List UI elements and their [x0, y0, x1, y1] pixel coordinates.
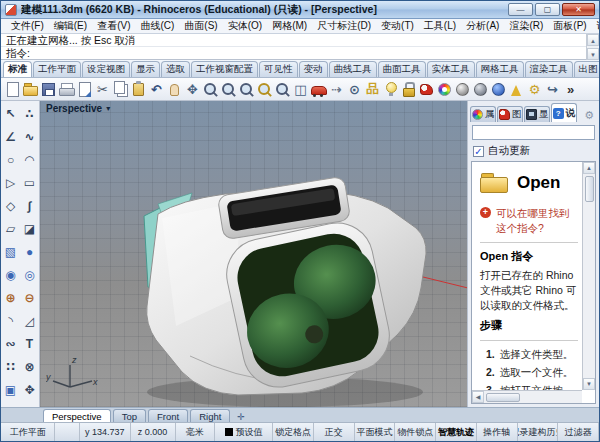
- tab-display[interactable]: 显: [524, 106, 550, 122]
- command-prompt[interactable]: 指令:: [1, 47, 599, 60]
- toolbar-tab-0[interactable]: 标准: [3, 61, 32, 77]
- title-bar[interactable]: 建模111.3dm (6620 KB) - Rhinoceros (Educat…: [1, 1, 599, 19]
- rectangle-tool-icon[interactable]: ▭: [20, 171, 39, 194]
- copy-icon[interactable]: [112, 81, 129, 98]
- toggle-5[interactable]: 操作轴: [477, 423, 518, 441]
- fly-through-icon[interactable]: ⇢: [328, 81, 345, 98]
- text-tool-icon[interactable]: T: [20, 332, 39, 355]
- toolbar-tab-10[interactable]: 实体工具: [427, 61, 475, 77]
- command-scrollbar[interactable]: ▲ ▼: [586, 34, 599, 60]
- where-to-find-link[interactable]: 可以在哪里找到这个指令?: [480, 206, 578, 236]
- toggle-3[interactable]: 物件锁点: [395, 423, 436, 441]
- tab-layers[interactable]: 图: [497, 106, 523, 122]
- point-tool-icon[interactable]: ∴: [20, 102, 39, 125]
- pan-view-icon[interactable]: [166, 81, 183, 98]
- auto-update-checkbox[interactable]: [473, 146, 484, 157]
- toolbar-tab-7[interactable]: 变动: [299, 61, 328, 77]
- open-file-icon[interactable]: [22, 81, 39, 98]
- viewport-title[interactable]: Perspective ▾: [46, 103, 110, 114]
- viewport-tab-front[interactable]: Front: [148, 409, 188, 422]
- fillet-tool-icon[interactable]: ◝: [1, 309, 20, 332]
- toolbar-tab-5[interactable]: 工作视窗配置: [191, 61, 258, 77]
- expand-plus-icon[interactable]: [480, 207, 491, 218]
- tab-properties[interactable]: 属: [470, 106, 496, 122]
- render-vehicle-icon[interactable]: [310, 81, 327, 98]
- boolean-difference-tool-icon[interactable]: ⊖: [20, 286, 39, 309]
- toolbar-tab-13[interactable]: 出图: [574, 61, 600, 77]
- torus-tool-icon[interactable]: ◎: [20, 263, 39, 286]
- toggle-1[interactable]: 正交: [314, 423, 355, 441]
- toggle-2[interactable]: 平面模式: [355, 423, 396, 441]
- menu-item-4[interactable]: 曲面(S): [179, 19, 222, 33]
- move-tool-icon[interactable]: ✥: [20, 378, 39, 401]
- toolbar-more-icon[interactable]: »: [562, 81, 579, 98]
- toolbar-tab-3[interactable]: 显示: [131, 61, 160, 77]
- viewport-layout-icon[interactable]: ◫: [292, 81, 309, 98]
- notification-cone-icon[interactable]: [508, 81, 525, 98]
- scroll-up-icon[interactable]: ▲: [587, 34, 599, 46]
- sphere-tool-icon[interactable]: ●: [20, 240, 39, 263]
- perspective-viewport[interactable]: Perspective ▾: [40, 101, 467, 407]
- print-icon[interactable]: [58, 81, 75, 98]
- shaded-mode-icon[interactable]: [454, 81, 471, 98]
- zoom-extents-icon[interactable]: [238, 81, 255, 98]
- help-scroll-left-icon[interactable]: ◀: [472, 391, 484, 403]
- layer-pane[interactable]: 预设值: [215, 423, 273, 441]
- menu-item-11[interactable]: 渲染(R): [504, 19, 548, 33]
- help-horizontal-scrollbar[interactable]: ◀: [472, 390, 582, 403]
- command-area[interactable]: 正在建立网格... 按 Esc 取消 指令: ▲ ▼: [1, 34, 599, 60]
- viewport-tab-top[interactable]: Top: [113, 409, 146, 422]
- menu-item-3[interactable]: 曲线(C): [135, 19, 179, 33]
- menu-item-0[interactable]: 文件(F): [6, 19, 49, 33]
- arc-tool-icon[interactable]: ◠: [20, 148, 39, 171]
- circle-tool-icon[interactable]: ○: [1, 148, 20, 171]
- patch-surface-tool-icon[interactable]: ◪: [20, 217, 39, 240]
- menu-item-7[interactable]: 尺寸标注(D): [312, 19, 376, 33]
- tab-help[interactable]: 说: [551, 103, 577, 122]
- chamfer-tool-icon[interactable]: ◿: [20, 309, 39, 332]
- coordinate-z-pane[interactable]: z 0.000: [131, 423, 176, 441]
- save-icon[interactable]: [40, 81, 57, 98]
- toggle-6[interactable]: 记录建构历史: [518, 423, 559, 441]
- copy-view-icon[interactable]: [76, 81, 93, 98]
- toggle-7[interactable]: 过滤器: [558, 423, 599, 441]
- new-file-icon[interactable]: [4, 81, 21, 98]
- help-scroll-thumb[interactable]: [585, 176, 594, 202]
- toolbar-tab-8[interactable]: 曲线工具: [329, 61, 377, 77]
- viewport-menu-arrow-icon[interactable]: ▾: [106, 104, 110, 113]
- menu-item-12[interactable]: 面板(P): [548, 19, 591, 33]
- cut-icon[interactable]: ✂: [94, 81, 111, 98]
- cylinder-tool-icon[interactable]: ◉: [1, 263, 20, 286]
- toggle-0[interactable]: 锁定格点: [273, 423, 314, 441]
- viewport-tab-perspective[interactable]: Perspective: [43, 409, 111, 422]
- cplane-icon[interactable]: ⊙: [346, 81, 363, 98]
- undo-icon[interactable]: ↶: [148, 81, 165, 98]
- toolbar-tab-11[interactable]: 网格工具: [476, 61, 524, 77]
- help-search-input[interactable]: [472, 125, 595, 140]
- scroll-down-icon[interactable]: ▼: [587, 48, 599, 60]
- auto-update-row[interactable]: 自动更新: [468, 142, 599, 161]
- menu-item-13[interactable]: 说明(H): [592, 19, 600, 33]
- lamp-icon[interactable]: [382, 81, 399, 98]
- help-scroll-down-icon[interactable]: ▼: [583, 378, 595, 390]
- coordinate-x-pane[interactable]: [55, 423, 80, 441]
- new-viewport-tab-icon[interactable]: ✛: [232, 412, 250, 422]
- box-tool-icon[interactable]: ▧: [1, 240, 20, 263]
- menu-item-9[interactable]: 工具(L): [419, 19, 461, 33]
- ghosted-mode-icon[interactable]: [472, 81, 489, 98]
- toggle-4[interactable]: 智慧轨迹: [436, 423, 477, 441]
- viewport-tab-right[interactable]: Right: [190, 409, 230, 422]
- rhino-render-icon[interactable]: [418, 81, 435, 98]
- select-tool-icon[interactable]: ↖: [1, 102, 20, 125]
- help-vertical-scrollbar[interactable]: ▲ ▼: [582, 162, 595, 390]
- help-scroll-up-icon[interactable]: ▲: [583, 162, 595, 174]
- rotate-view-icon[interactable]: ✥: [184, 81, 201, 98]
- maximize-button[interactable]: ▢: [535, 3, 560, 16]
- minimize-button[interactable]: —: [508, 3, 533, 16]
- point-cloud-tool-icon[interactable]: ∷: [1, 355, 20, 378]
- options-gear-icon[interactable]: ⚙: [526, 81, 543, 98]
- help-hscroll-thumb[interactable]: [486, 393, 520, 402]
- units-pane[interactable]: 毫米: [176, 423, 215, 441]
- coordinate-y-pane[interactable]: y 134.737: [80, 423, 131, 441]
- block-manager-icon[interactable]: 品: [364, 81, 381, 98]
